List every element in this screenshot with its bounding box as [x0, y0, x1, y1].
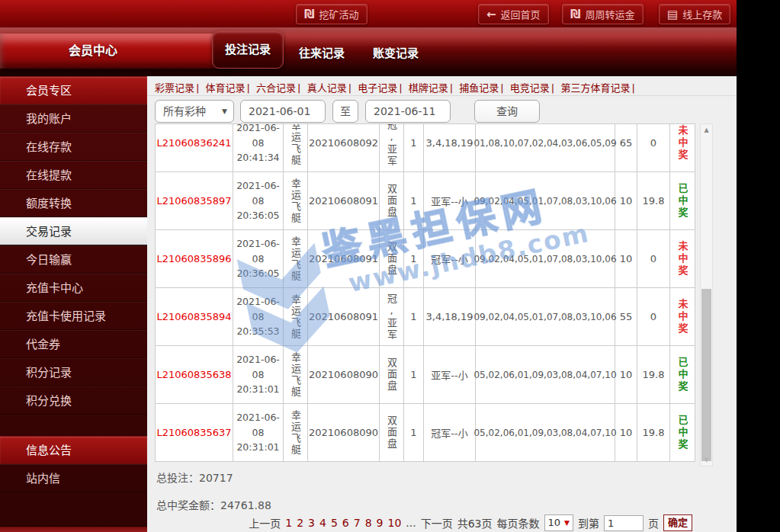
tab-bet-records[interactable]: 投注记录	[212, 30, 284, 69]
separator: |	[399, 82, 402, 94]
table-row: L21060836241 2021-06-08 20:41:34 幸运飞艇 20…	[155, 123, 695, 172]
order-id-link[interactable]: L21060835894	[155, 288, 233, 346]
page-link-5[interactable]: 5	[331, 517, 338, 529]
order-id-link[interactable]: L21060836241	[155, 123, 233, 172]
page-link-6[interactable]: 6	[342, 517, 349, 529]
prev-page-link[interactable]: 上一页	[249, 515, 281, 530]
next-page-link[interactable]: 下一页	[421, 515, 453, 530]
sidebar-item-recharge-card-center[interactable]: 充值卡中心	[0, 274, 147, 302]
page-link-4[interactable]: 4	[319, 517, 326, 529]
draw-result: 09,02,04,05,01,07,08,03,10,06	[476, 172, 615, 230]
mining-activity-button[interactable]: ₪ 挖矿活动	[296, 4, 368, 24]
play-detail: 冠军--小	[424, 230, 476, 288]
sidebar-item-today-winloss[interactable]: 今日输赢	[0, 245, 147, 274]
per-page-select[interactable]: 10 ▼	[544, 514, 573, 531]
bet-time: 2021-06-08 20:35:53	[233, 288, 284, 346]
nav-thirdparty-sports-records[interactable]: 第三方体育记录	[560, 82, 630, 94]
draw-result: 09,02,04,05,01,07,08,03,10,06	[476, 288, 615, 346]
sidebar-item-points-records[interactable]: 积分记录	[0, 358, 147, 386]
sidebar-gap	[0, 415, 147, 436]
table-row: L21060835896 2021-06-08 20:36:05 幸运飞艇 20…	[155, 230, 695, 288]
date-from-input[interactable]: 2021-06-01	[240, 100, 326, 123]
goto-page-input[interactable]	[604, 515, 644, 531]
order-id-link[interactable]: L21060835896	[155, 230, 233, 288]
weekly-bonus-label: 周周转运金	[586, 7, 635, 21]
win-amount: 0	[637, 288, 670, 346]
page-link-9[interactable]: 9	[377, 517, 384, 529]
page-link-8[interactable]: 8	[365, 517, 372, 529]
order-id-link[interactable]: L21060835638	[155, 346, 233, 404]
search-button[interactable]: 查询	[474, 100, 540, 123]
bet-amount: 10	[615, 172, 637, 230]
sidebar-item-site-mail[interactable]: 站内信	[0, 464, 147, 492]
page-link-10[interactable]: 10	[388, 517, 402, 529]
play-detail: 冠军--小	[424, 404, 476, 462]
nav-slots-records[interactable]: 电子记录	[358, 82, 397, 94]
shekel-icon: ₪	[304, 8, 315, 21]
sidebar-item-voucher[interactable]: 代金券	[0, 330, 147, 358]
order-id-link[interactable]: L21060835637	[155, 404, 233, 462]
page-ellipsis: ...	[406, 517, 416, 529]
play-group: 双面盘	[384, 242, 399, 276]
play-group: 双面盘	[384, 184, 399, 218]
play-group: 冠,亚军	[384, 123, 399, 167]
chevron-down-icon: ▼	[222, 101, 227, 122]
page-title: 会员中心	[47, 34, 139, 69]
card-icon: ▤	[667, 8, 678, 21]
scroll-down-arrow[interactable]: ▼	[701, 454, 712, 466]
nav-boardgame-records[interactable]: 棋牌记录	[409, 82, 448, 94]
sidebar-item-transaction-records[interactable]: 交易记录	[0, 217, 147, 245]
status-badge: 未中奖	[676, 241, 690, 277]
nav-sports-records[interactable]: 体育记录	[206, 82, 246, 94]
scroll-up-arrow[interactable]: ▲	[701, 124, 712, 136]
status-badge: 已中奖	[676, 357, 690, 393]
total-win-label: 总中奖金额：	[156, 499, 220, 511]
scrollbar-thumb[interactable]	[701, 289, 711, 461]
sidebar-item-recharge-card-usage[interactable]: 充值卡使用记录	[0, 302, 147, 330]
page-link-3[interactable]: 3	[308, 517, 315, 529]
separator: |	[247, 82, 250, 94]
weekly-bonus-button[interactable]: ₪ 周周转运金	[562, 4, 644, 24]
nav-mark6-records[interactable]: 六合记录	[256, 82, 296, 94]
nav-live-records[interactable]: 真人记录	[307, 82, 347, 94]
back-home-button[interactable]: ← 返回首页	[478, 4, 549, 24]
sidebar-item-points-exchange[interactable]: 积分兑换	[0, 386, 147, 415]
page-link-7[interactable]: 7	[354, 517, 361, 529]
play-detail: 3,4,18,19	[424, 123, 476, 172]
bet-count: 1	[404, 404, 424, 462]
nav-lottery-records[interactable]: 彩票记录	[155, 82, 194, 94]
nav-esports-records[interactable]: 电竞记录	[510, 82, 550, 94]
page-link-1[interactable]: 1	[285, 517, 292, 529]
sidebar-item-announcements[interactable]: 信息公告	[0, 436, 147, 464]
table-scrollbar[interactable]: ▲ ▼	[700, 123, 713, 466]
sidebar-item-online-withdraw[interactable]: 在线提款	[0, 161, 147, 189]
confirm-button[interactable]: 确定	[663, 514, 692, 531]
record-type-nav: 彩票记录| 体育记录| 六合记录| 真人记录| 电子记录| 棋牌记录| 捕鱼记录…	[147, 76, 737, 96]
tab-account-change-records[interactable]: 账变记录	[373, 44, 419, 60]
lottery-type-select[interactable]: 所有彩种 ▼	[155, 100, 234, 123]
per-page-label: 每页条数	[497, 515, 540, 530]
sidebar-item-online-deposit[interactable]: 在线存款	[0, 133, 147, 161]
table-row: L21060835637 2021-06-08 20:31:01 幸运飞艇 20…	[155, 404, 695, 462]
tab-transfer-records[interactable]: 往来记录	[299, 44, 345, 60]
bet-amount: 55	[615, 288, 637, 346]
online-deposit-button[interactable]: ▤ 线上存款	[659, 4, 730, 24]
date-to-input[interactable]: 2021-06-11	[365, 100, 451, 123]
bet-time: 2021-06-08 20:41:34	[233, 123, 284, 172]
table-scroll-content: L21060836241 2021-06-08 20:41:34 幸运飞艇 20…	[155, 123, 695, 462]
draw-result: 05,02,06,01,09,03,08,04,07,10	[476, 346, 615, 404]
bet-time: 2021-06-08 20:31:01	[233, 346, 284, 404]
separator: |	[450, 82, 453, 94]
sidebar-item-member-zone[interactable]: 会员专区	[0, 76, 147, 104]
sidebar-item-my-account[interactable]: 我的账户	[0, 104, 147, 133]
bet-time: 2021-06-08 20:31:01	[233, 404, 284, 462]
page-link-2[interactable]: 2	[297, 517, 303, 529]
separator: |	[551, 82, 554, 94]
nav-fishing-records[interactable]: 捕鱼记录	[459, 82, 499, 94]
bet-amount: 10	[615, 404, 637, 462]
order-id-link[interactable]: L21060835897	[155, 172, 233, 230]
goto-page-label: 到第	[578, 515, 599, 530]
table-row: L21060835897 2021-06-08 20:36:05 幸运飞艇 20…	[155, 172, 695, 230]
game-name: 幸运飞艇	[288, 294, 303, 340]
sidebar-item-quota-transfer[interactable]: 额度转换	[0, 189, 147, 217]
